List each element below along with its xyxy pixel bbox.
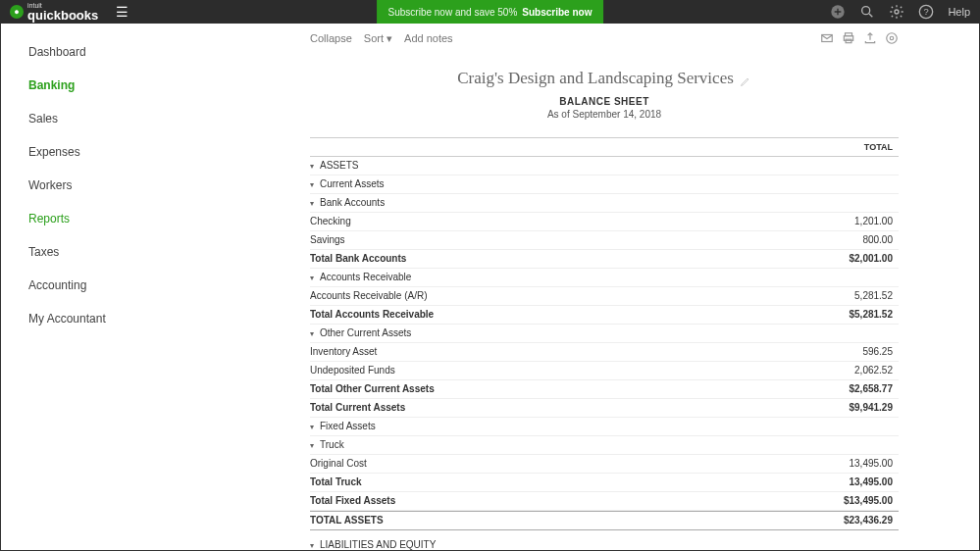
top-navbar: ● intuit quickbooks ☰ Subscribe now and … <box>0 0 980 24</box>
report-row: ▾Accounts Receivable <box>310 269 899 287</box>
report-row: Savings800.00 <box>310 231 899 250</box>
report-row: Undeposited Funds2,062.52 <box>310 362 899 380</box>
collapse-toggle-icon[interactable]: ▾ <box>310 540 318 550</box>
sidebar-item-taxes[interactable]: Taxes <box>28 239 163 265</box>
sidebar-item-reports[interactable]: Reports <box>28 206 163 231</box>
report-row: ▾Other Current Assets <box>310 325 899 343</box>
print-icon[interactable] <box>842 31 855 45</box>
report-row: Checking1,201.00 <box>310 213 899 231</box>
collapse-toggle-icon[interactable]: ▾ <box>310 328 318 341</box>
row-label[interactable]: ▾LIABILITIES AND EQUITY <box>310 536 810 550</box>
row-value: 13,495.00 <box>810 455 899 473</box>
row-label: Inventory Asset <box>310 343 810 361</box>
row-label[interactable]: ▾ASSETS <box>310 157 810 175</box>
sort-link[interactable]: Sort ▾ <box>364 32 392 45</box>
help-label[interactable]: Help <box>948 6 970 18</box>
row-value <box>810 194 899 212</box>
report-row: Total Accounts Receivable$5,281.52 <box>310 306 899 325</box>
row-label: Savings <box>310 231 810 249</box>
help-icon[interactable]: ? <box>918 4 934 20</box>
report-row: Total Current Assets$9,941.29 <box>310 399 899 418</box>
svg-text:?: ? <box>924 7 929 17</box>
sidebar-item-my-accountant[interactable]: My Accountant <box>28 306 163 331</box>
row-value: 800.00 <box>810 231 899 249</box>
row-value: $23,436.29 <box>810 512 899 529</box>
report-row: Total Bank Accounts$2,001.00 <box>310 250 899 269</box>
content-scroll-area[interactable]: Collapse Sort ▾ Add notes Craig's Design… <box>163 24 979 550</box>
svg-rect-9 <box>846 39 851 43</box>
row-label[interactable]: ▾Current Assets <box>310 175 810 193</box>
row-value <box>810 436 899 454</box>
row-value: 13,495.00 <box>810 474 899 491</box>
report-toolbar: Collapse Sort ▾ Add notes <box>310 24 899 53</box>
report-row: TOTAL ASSETS$23,436.29 <box>310 511 899 530</box>
banner-cta[interactable]: Subscribe now <box>522 7 592 18</box>
report-title: BALANCE SHEET <box>310 96 899 107</box>
row-value: $13,495.00 <box>810 492 899 510</box>
report-table: TOTAL ▾ASSETS▾Current Assets▾Bank Accoun… <box>310 137 899 550</box>
row-label: Total Truck <box>310 474 810 491</box>
sidebar-item-dashboard[interactable]: Dashboard <box>28 39 163 65</box>
row-label: Total Current Assets <box>310 399 810 417</box>
row-label[interactable]: ▾Bank Accounts <box>310 194 810 212</box>
sidebar-item-sales[interactable]: Sales <box>28 106 163 131</box>
brand-name-label: quickbooks <box>27 9 98 22</box>
promo-banner[interactable]: Subscribe now and save 50% Subscribe now <box>377 0 604 24</box>
collapse-toggle-icon[interactable]: ▾ <box>310 198 318 211</box>
settings-icon[interactable] <box>885 31 899 45</box>
report-row: ▾LIABILITIES AND EQUITY <box>310 536 899 550</box>
row-label: Total Bank Accounts <box>310 250 810 268</box>
svg-point-3 <box>895 10 899 14</box>
row-label[interactable]: ▾Accounts Receivable <box>310 269 810 286</box>
report-row: Total Other Current Assets$2,658.77 <box>310 380 899 399</box>
svg-point-11 <box>887 33 898 44</box>
row-label[interactable]: ▾Truck <box>310 436 810 454</box>
company-name: Craig's Design and Landscaping Services <box>457 69 751 88</box>
row-value: $2,001.00 <box>810 250 899 268</box>
report-date: As of September 14, 2018 <box>310 109 899 120</box>
sidebar-item-workers[interactable]: Workers <box>28 173 163 198</box>
row-value <box>810 418 899 435</box>
report-header: Craig's Design and Landscaping Services … <box>310 53 899 127</box>
collapse-toggle-icon[interactable]: ▾ <box>310 422 318 434</box>
svg-point-1 <box>862 7 870 15</box>
report-row: ▾Bank Accounts <box>310 194 899 213</box>
row-label: Accounts Receivable (A/R) <box>310 287 810 305</box>
row-value: 596.25 <box>810 343 899 361</box>
collapse-toggle-icon[interactable]: ▾ <box>310 179 318 192</box>
report-row: Total Truck13,495.00 <box>310 474 899 492</box>
row-value: 2,062.52 <box>810 362 899 379</box>
sidebar-item-expenses[interactable]: Expenses <box>28 139 163 165</box>
row-value: 5,281.52 <box>810 287 899 305</box>
search-icon[interactable] <box>859 4 875 20</box>
add-icon[interactable] <box>830 4 846 20</box>
collapse-toggle-icon[interactable]: ▾ <box>310 273 318 285</box>
row-label[interactable]: ▾Other Current Assets <box>310 325 810 342</box>
pencil-icon[interactable] <box>740 73 751 84</box>
collapse-link[interactable]: Collapse <box>310 32 352 45</box>
report-row: ▾Truck <box>310 436 899 455</box>
collapse-toggle-icon[interactable]: ▾ <box>310 440 318 453</box>
row-value <box>810 325 899 342</box>
row-label: TOTAL ASSETS <box>310 512 810 529</box>
export-icon[interactable] <box>863 31 877 45</box>
sidebar-item-banking[interactable]: Banking <box>28 73 163 98</box>
report-row: Inventory Asset596.25 <box>310 343 899 362</box>
gear-icon[interactable] <box>889 4 904 20</box>
report-row: Accounts Receivable (A/R)5,281.52 <box>310 287 899 306</box>
svg-line-2 <box>869 14 872 17</box>
hamburger-icon[interactable]: ☰ <box>116 4 129 20</box>
sidebar-item-accounting[interactable]: Accounting <box>28 273 163 298</box>
row-label: Total Other Current Assets <box>310 380 810 398</box>
collapse-toggle-icon[interactable]: ▾ <box>310 161 318 174</box>
row-value: $9,941.29 <box>810 399 899 417</box>
row-value <box>810 157 899 175</box>
sidebar-nav: Dashboard Banking Sales Expenses Workers… <box>1 24 163 550</box>
row-label[interactable]: ▾Fixed Assets <box>310 418 810 435</box>
add-notes-link[interactable]: Add notes <box>404 32 453 45</box>
report-row: ▾Current Assets <box>310 175 899 194</box>
total-column-header: TOTAL <box>810 138 899 156</box>
brand-logo[interactable]: ● intuit quickbooks <box>10 2 98 22</box>
svg-point-10 <box>890 36 894 40</box>
email-icon[interactable] <box>820 31 834 45</box>
